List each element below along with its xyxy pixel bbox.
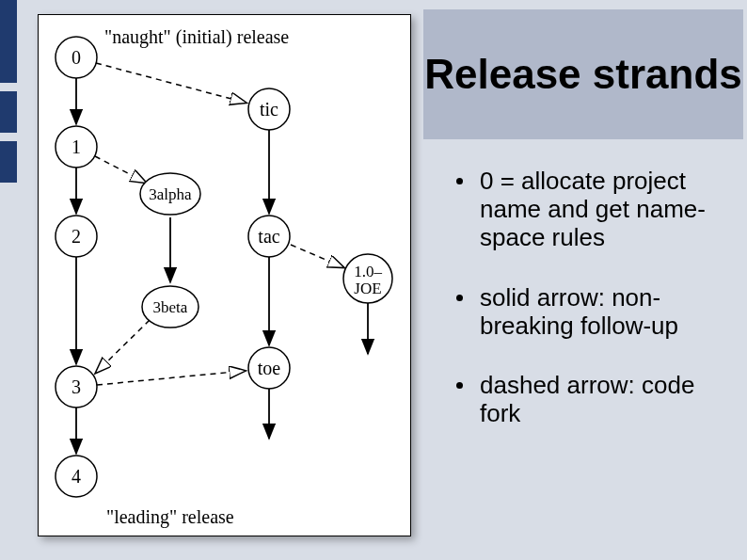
- bullet-item: 0 = allocate project name and get name-s…: [456, 168, 739, 252]
- node-2-label: 2: [72, 226, 81, 247]
- slide-title: Release strands: [424, 53, 742, 96]
- bullet-item: dashed arrow: code fork: [456, 372, 739, 428]
- caption-bottom: "leading" release: [106, 506, 234, 528]
- svg-line-13: [97, 371, 245, 385]
- node-tic-label: tic: [260, 99, 278, 120]
- decor-bar-2: [0, 91, 17, 133]
- node-3alpha-label: 3alpha: [149, 185, 192, 203]
- node-4-label: 4: [72, 466, 81, 487]
- decor-bar-1: [0, 0, 17, 83]
- bullet-item: solid arrow: non-breaking follow-up: [456, 284, 739, 341]
- node-3beta-label: 3beta: [153, 298, 188, 316]
- release-diagram: "naught" (initial) release "leading" rel…: [39, 15, 410, 536]
- node-toe-label: toe: [258, 358, 281, 378]
- svg-line-11: [96, 320, 150, 373]
- bullet-text: 0 = allocate project name and get name-s…: [480, 168, 739, 252]
- node-joe-label2: JOE: [354, 280, 381, 297]
- bullet-icon: [456, 382, 463, 389]
- bullet-list: 0 = allocate project name and get name-s…: [456, 168, 739, 460]
- caption-top: "naught" (initial) release: [104, 26, 289, 48]
- node-0-label: 0: [72, 47, 81, 68]
- node-joe-label1: 1.0–: [354, 263, 382, 280]
- bullet-text: dashed arrow: code fork: [480, 372, 739, 428]
- svg-line-9: [96, 63, 246, 103]
- node-tac-label: tac: [258, 226, 279, 247]
- node-1-label: 1: [72, 136, 81, 157]
- decor-bar-3: [0, 141, 17, 183]
- svg-line-12: [291, 245, 343, 267]
- title-block: Release strands: [423, 9, 743, 139]
- bullet-icon: [456, 295, 463, 301]
- bullet-icon: [456, 178, 463, 184]
- diagram-container: "naught" (initial) release "leading" rel…: [38, 14, 411, 536]
- bullet-text: solid arrow: non-breaking follow-up: [480, 284, 739, 341]
- svg-line-10: [95, 156, 146, 183]
- node-3-label: 3: [72, 376, 81, 397]
